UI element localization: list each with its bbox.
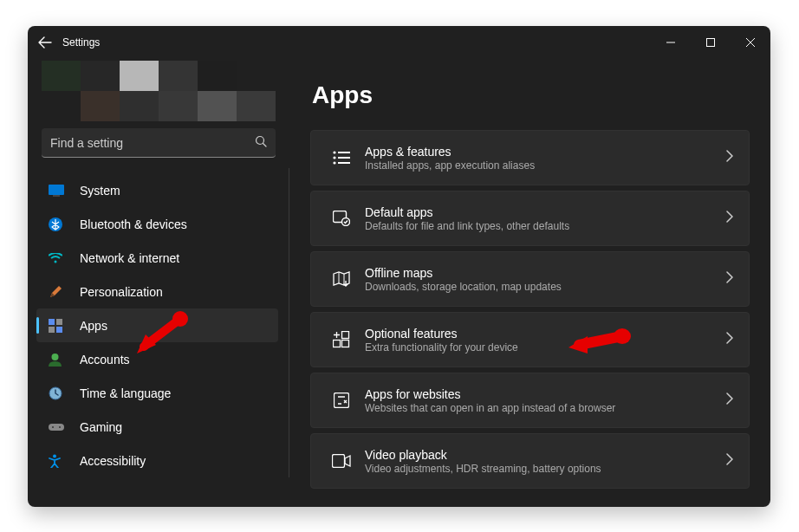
window-controls — [651, 26, 770, 59]
card-offline-maps[interactable]: Offline maps Downloads, storage location… — [310, 251, 750, 307]
svg-point-18 — [333, 156, 335, 159]
sidebar: System Bluetooth & devices Network & int… — [28, 59, 289, 507]
svg-point-15 — [53, 454, 56, 457]
sidebar-item-label: Personalization — [80, 285, 163, 299]
chevron-right-icon — [726, 332, 733, 347]
card-subtitle: Video adjustments, HDR streaming, batter… — [365, 463, 726, 475]
person-icon — [49, 353, 69, 367]
close-button[interactable] — [731, 26, 770, 59]
svg-rect-24 — [342, 332, 349, 339]
sidebar-item-label: Gaming — [80, 420, 122, 434]
maximize-icon — [706, 38, 715, 47]
svg-rect-8 — [49, 327, 55, 333]
svg-rect-6 — [49, 319, 55, 325]
back-button[interactable] — [28, 26, 62, 59]
chevron-right-icon — [726, 393, 733, 408]
svg-rect-25 — [334, 341, 341, 347]
search-icon — [255, 135, 267, 151]
default-apps-icon — [327, 211, 356, 226]
card-title: Optional features — [365, 327, 726, 341]
svg-point-10 — [52, 354, 59, 360]
svg-rect-17 — [338, 152, 350, 153]
card-subtitle: Downloads, storage location, map updates — [365, 281, 726, 293]
card-optional-features[interactable]: Optional features Extra functionality fo… — [310, 312, 750, 367]
accessibility-icon — [49, 454, 69, 468]
chevron-right-icon — [726, 150, 733, 165]
account-area[interactable] — [42, 61, 276, 121]
svg-rect-19 — [338, 157, 350, 159]
sidebar-item-label: Apps — [80, 319, 107, 333]
list-icon — [327, 151, 356, 165]
map-icon — [327, 271, 356, 287]
maximize-button[interactable] — [691, 26, 731, 59]
svg-rect-7 — [56, 319, 62, 325]
sidebar-item-gaming[interactable]: Gaming — [36, 410, 278, 444]
chevron-right-icon — [726, 453, 733, 469]
card-title: Apps & features — [365, 145, 726, 159]
sidebar-item-label: Bluetooth & devices — [80, 217, 187, 231]
bluetooth-icon — [49, 217, 69, 231]
sidebar-item-label: Time & language — [80, 386, 171, 400]
sidebar-nav: System Bluetooth & devices Network & int… — [36, 168, 289, 477]
video-icon — [327, 454, 356, 468]
minimize-button[interactable] — [651, 26, 691, 59]
svg-rect-2 — [49, 185, 64, 195]
card-apps-for-websites[interactable]: Apps for websites Websites that can open… — [310, 373, 750, 428]
clock-icon — [49, 386, 69, 400]
sidebar-item-label: Network & internet — [80, 251, 179, 265]
card-subtitle: Extra functionality for your device — [365, 341, 726, 354]
card-title: Offline maps — [365, 266, 726, 280]
sidebar-item-network[interactable]: Network & internet — [36, 241, 278, 275]
sidebar-item-accessibility[interactable]: Accessibility — [36, 444, 278, 477]
gaming-icon — [49, 422, 69, 432]
svg-rect-0 — [707, 39, 715, 47]
card-default-apps[interactable]: Default apps Defaults for file and link … — [310, 191, 750, 246]
back-arrow-icon — [38, 36, 52, 49]
content-area: Apps Apps & features Installed apps, app… — [289, 59, 770, 507]
search-box[interactable] — [42, 128, 276, 158]
account-redacted-icon — [42, 61, 276, 121]
system-icon — [49, 185, 69, 197]
sidebar-item-personalization[interactable]: Personalization — [36, 275, 278, 308]
svg-point-14 — [59, 426, 61, 428]
svg-rect-21 — [338, 162, 350, 164]
sidebar-item-accounts[interactable]: Accounts — [36, 342, 278, 376]
chevron-right-icon — [726, 211, 733, 226]
svg-rect-28 — [333, 455, 345, 468]
card-subtitle: Websites that can open in an app instead… — [365, 402, 726, 414]
card-title: Default apps — [365, 205, 726, 219]
svg-point-16 — [333, 151, 335, 153]
svg-rect-26 — [342, 341, 349, 347]
svg-point-5 — [55, 260, 57, 263]
sidebar-item-label: Accounts — [80, 353, 130, 367]
sidebar-item-system[interactable]: System — [36, 173, 278, 207]
card-title: Video playback — [365, 448, 726, 462]
titlebar: Settings — [28, 26, 770, 59]
paintbrush-icon — [49, 285, 69, 299]
sidebar-item-label: System — [80, 184, 120, 198]
sidebar-item-apps[interactable]: Apps — [36, 308, 278, 342]
close-icon — [746, 38, 755, 47]
chevron-right-icon — [726, 271, 733, 287]
sidebar-item-time-language[interactable]: Time & language — [36, 376, 278, 410]
card-apps-and-features[interactable]: Apps & features Installed apps, app exec… — [310, 130, 750, 185]
card-subtitle: Installed apps, app execution aliases — [365, 159, 726, 172]
minimize-icon — [666, 38, 675, 47]
optional-features-icon — [327, 331, 356, 348]
card-subtitle: Defaults for file and link types, other … — [365, 220, 726, 232]
apps-icon — [49, 319, 69, 333]
settings-window: Settings — [28, 26, 770, 507]
sidebar-item-bluetooth[interactable]: Bluetooth & devices — [36, 207, 278, 241]
search-input[interactable] — [50, 136, 255, 150]
page-title: Apps — [312, 81, 750, 109]
svg-rect-12 — [49, 424, 64, 431]
window-title: Settings — [62, 36, 651, 49]
svg-point-20 — [333, 161, 335, 164]
card-title: Apps for websites — [365, 387, 726, 401]
wifi-icon — [49, 253, 69, 263]
card-video-playback[interactable]: Video playback Video adjustments, HDR st… — [310, 433, 750, 489]
svg-rect-3 — [53, 195, 60, 197]
apps-for-websites-icon — [327, 393, 356, 408]
svg-rect-9 — [56, 327, 62, 333]
sidebar-item-label: Accessibility — [80, 454, 146, 468]
